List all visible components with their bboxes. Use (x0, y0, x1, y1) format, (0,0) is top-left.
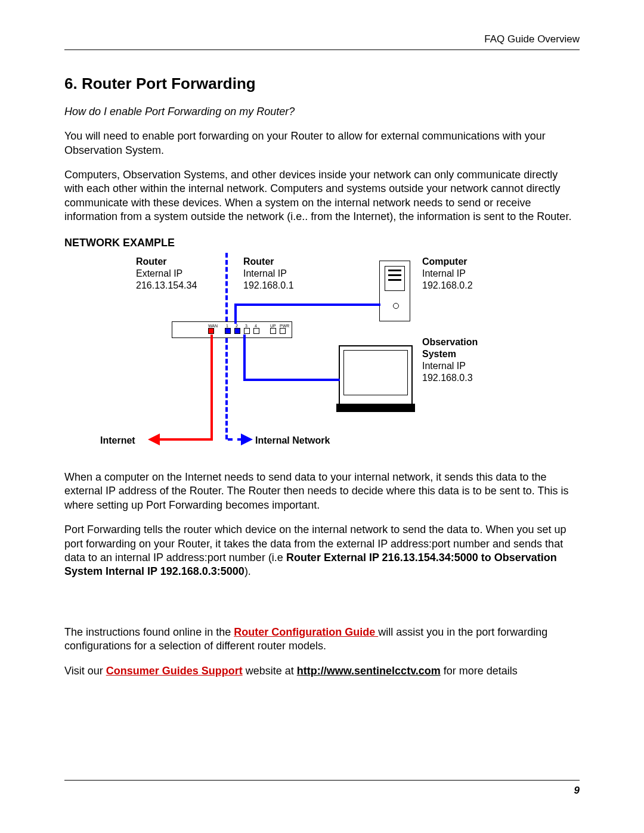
paragraph-explain-1: When a computer on the Internet needs to… (64, 470, 580, 512)
text-span: Visit our (64, 665, 106, 677)
internal-connection-line (234, 304, 237, 324)
lan-port-icon (234, 328, 240, 334)
lan-port-icon (244, 328, 250, 334)
router-external-label: Router External IP 216.13.154.34 (136, 256, 197, 292)
port-label: 4 (253, 324, 258, 328)
consumer-guides-link[interactable]: Consumer Guides Support (106, 665, 243, 677)
label-text: Router (136, 256, 197, 268)
router-config-guide-link[interactable]: Router Configuration Guide (234, 626, 378, 638)
label-text: Internal IP (422, 360, 478, 372)
network-boundary-line (228, 438, 242, 441)
footer-rule (64, 780, 580, 781)
port-label: UP (270, 324, 275, 328)
paragraph-intro-2: Computers, Observation Systems, and othe… (64, 168, 580, 224)
router-device-icon: WAN 1 2 3 4 UP PWR (172, 321, 292, 338)
arrow-right-icon (241, 433, 253, 445)
text-span: website at (243, 665, 297, 677)
header-rule (64, 49, 580, 50)
internal-connection-line (243, 335, 246, 381)
wan-port-icon (208, 328, 214, 334)
section-subtitle: How do I enable Port Forwarding on my Ro… (64, 105, 580, 119)
internet-label: Internet (100, 435, 135, 447)
observation-system-label: Observation System Internal IP 192.168.0… (422, 336, 478, 384)
internal-connection-line (243, 379, 340, 381)
network-diagram: Router External IP 216.13.154.34 Router … (100, 256, 518, 465)
document-page: FAQ Guide Overview 6. Router Port Forwar… (0, 0, 644, 833)
label-text: Internal IP (243, 268, 294, 280)
lan-port-icon (225, 328, 231, 334)
status-port-icon (270, 328, 276, 334)
page-footer: 9 (64, 780, 580, 797)
arrow-left-icon (148, 433, 160, 445)
port-label: 1 (225, 324, 230, 328)
text-span: ). (244, 565, 251, 577)
label-text: 192.168.0.2 (422, 280, 473, 292)
label-text: Observation (422, 336, 478, 348)
label-text: System (422, 348, 478, 360)
port-label: WAN (208, 324, 213, 328)
paragraph-visit: Visit our Consumer Guides Support websit… (64, 664, 580, 678)
network-boundary-line (225, 338, 228, 439)
router-internal-label: Router Internal IP 192.168.0.1 (243, 256, 294, 292)
paragraph-instructions: The instructions found online in the Rou… (64, 625, 580, 654)
internal-network-label: Internal Network (255, 435, 330, 447)
spacer (64, 590, 580, 625)
network-boundary-line (225, 253, 228, 321)
internal-connection-line (234, 304, 380, 306)
sentinel-url-link[interactable]: http://www.sentinelcctv.com (297, 665, 441, 677)
label-text: 192.168.0.1 (243, 280, 294, 292)
status-port-icon (280, 328, 286, 334)
text-span: for more details (441, 665, 518, 677)
computer-tower-icon (379, 261, 410, 321)
lan-port-icon (253, 328, 259, 334)
label-text: 192.168.0.3 (422, 372, 478, 384)
network-example-heading: NETWORK EXAMPLE (64, 236, 580, 250)
text-span: The instructions found online in the (64, 626, 234, 638)
port-label: PWR (280, 324, 284, 328)
label-text: Router (243, 256, 294, 268)
external-connection-line (159, 438, 211, 441)
label-text: 216.13.154.34 (136, 280, 197, 292)
paragraph-explain-2: Port Forwarding tells the router which d… (64, 523, 580, 579)
computer-label: Computer Internal IP 192.168.0.2 (422, 256, 473, 292)
section-heading: 6. Router Port Forwarding (64, 74, 580, 94)
label-text: Computer (422, 256, 473, 268)
page-number: 9 (64, 784, 580, 797)
port-label: 2 (234, 324, 239, 328)
port-label: 3 (244, 324, 249, 328)
label-text: External IP (136, 268, 197, 280)
external-connection-line (210, 335, 213, 441)
observation-monitor-icon (339, 345, 413, 407)
paragraph-intro-1: You will need to enable port forwarding … (64, 129, 580, 157)
label-text: Internal IP (422, 268, 473, 280)
running-header: FAQ Guide Overview (64, 33, 580, 46)
